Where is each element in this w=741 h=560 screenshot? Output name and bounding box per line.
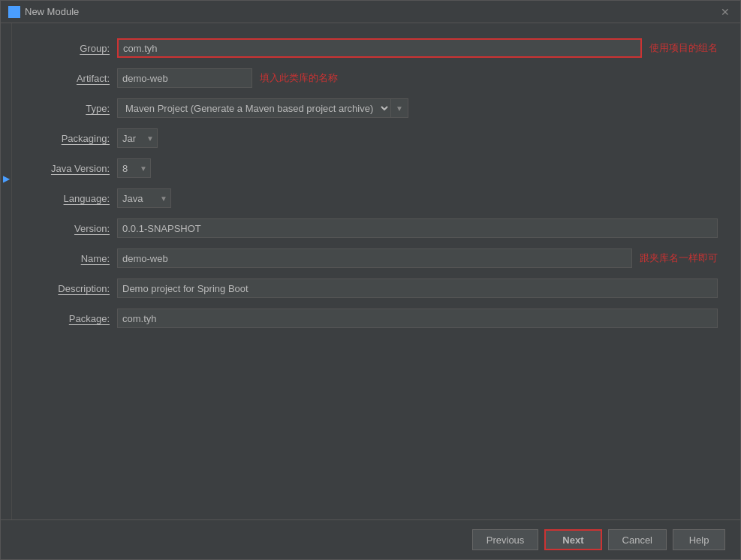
left-sidebar: ▶ [1,23,12,519]
name-row: Name: 跟夹库名一样即可 [35,248,718,268]
artifact-annotation: 填入此类库的名称 [260,71,338,85]
title-bar-left: New Module [8,6,79,18]
svg-rect-1 [11,9,14,12]
packaging-label: Packaging: [35,133,117,144]
title-bar: New Module ✕ [1,1,740,23]
group-input-wrapper: 使用项目的组名 [117,38,718,58]
package-input[interactable] [117,309,718,328]
name-input-wrapper: 跟夹库名一样即可 [117,248,718,268]
previous-button[interactable]: Previous [472,529,539,550]
close-button[interactable]: ✕ [718,5,733,20]
svg-rect-3 [11,13,14,15]
java-version-select[interactable]: 8 11 17 [117,158,151,178]
type-label: Type: [35,103,117,114]
java-version-label: Java Version: [35,163,117,174]
name-label: Name: [35,253,117,264]
name-input[interactable] [117,248,632,268]
language-row: Language: Java Kotlin Groovy ▼ [35,188,718,208]
type-dropdown-btn[interactable]: ▼ [391,98,408,118]
packaging-row: Packaging: Jar War ▼ [35,128,718,148]
language-select-wrapper: Java Kotlin Groovy ▼ [117,188,171,208]
group-label: Group: [35,43,117,54]
artifact-row: Artifact: 填入此类库的名称 [35,68,718,88]
packaging-select-wrapper: Jar War ▼ [117,128,158,148]
java-version-row: Java Version: 8 11 17 ▼ [35,158,718,178]
type-select[interactable]: Maven Project (Generate a Maven based pr… [117,98,391,118]
group-annotation: 使用项目的组名 [649,41,718,55]
description-input[interactable] [117,278,718,298]
artifact-input-wrapper: 填入此类库的名称 [117,68,718,88]
dialog-footer: Previous Next Cancel Help [1,519,740,559]
type-row: Type: Maven Project (Generate a Maven ba… [35,98,718,118]
cancel-button[interactable]: Cancel [608,529,667,550]
help-button[interactable]: Help [673,529,725,550]
svg-rect-2 [15,9,17,11]
language-select[interactable]: Java Kotlin Groovy [117,188,171,208]
group-input[interactable] [117,38,642,58]
main-content: Group: 使用项目的组名 Artifact: 填入此类库的名称 [12,23,740,519]
version-input[interactable] [117,218,718,238]
group-row: Group: 使用项目的组名 [35,38,718,58]
module-icon [8,6,20,18]
description-label: Description: [35,283,117,294]
name-annotation: 跟夹库名一样即可 [640,251,718,265]
artifact-input[interactable] [117,68,252,88]
sidebar-arrow-icon: ▶ [3,173,10,184]
package-row: Package: [35,309,718,328]
package-label: Package: [35,313,117,324]
dialog-body: ▶ Group: 使用项目的组名 Artifact: [1,23,740,519]
packaging-select[interactable]: Jar War [117,128,158,148]
version-label: Version: [35,223,117,234]
artifact-label: Artifact: [35,73,117,84]
next-button[interactable]: Next [544,529,601,550]
version-row: Version: [35,218,718,238]
new-module-dialog: New Module ✕ ▶ Group: 使用项目的组名 [0,0,741,560]
description-row: Description: [35,278,718,298]
language-label: Language: [35,193,117,204]
java-version-select-wrapper: 8 11 17 ▼ [117,158,151,178]
dialog-title: New Module [25,6,79,17]
type-select-wrapper: Maven Project (Generate a Maven based pr… [117,98,408,118]
